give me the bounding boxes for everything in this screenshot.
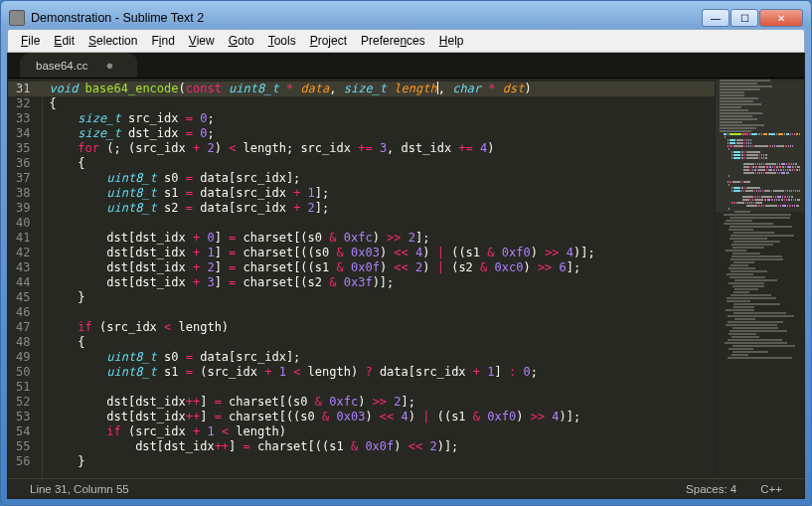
code-line[interactable]: dst[dst_idx++] = charset[(s0 & 0xfc) >> … <box>49 395 709 410</box>
code-line[interactable]: uint8_t s0 = data[src_idx]; <box>49 171 709 186</box>
code-line[interactable]: { <box>49 96 709 111</box>
line-number[interactable]: 37 <box>16 171 30 186</box>
tab-label: base64.cc <box>36 60 87 72</box>
menu-help[interactable]: Help <box>432 32 471 50</box>
line-number[interactable]: 32 <box>16 96 30 111</box>
line-number[interactable]: 44 <box>16 275 30 290</box>
code-line[interactable]: { <box>49 335 709 350</box>
menu-view[interactable]: View <box>182 32 222 50</box>
status-position[interactable]: Line 31, Column 55 <box>18 483 141 495</box>
minimap[interactable] <box>715 79 804 478</box>
line-number[interactable]: 41 <box>16 231 30 246</box>
code-line[interactable]: size_t src_idx = 0; <box>49 111 709 126</box>
line-number[interactable]: 54 <box>16 424 30 439</box>
tab-active[interactable]: base64.cc ● <box>20 53 137 78</box>
editor-frame: base64.cc ● 3132333435363738394041424344… <box>7 53 805 499</box>
status-syntax[interactable]: C++ <box>748 483 794 495</box>
line-number[interactable]: 51 <box>16 380 30 395</box>
line-number[interactable]: 48 <box>16 335 30 350</box>
line-number[interactable]: 52 <box>16 395 30 410</box>
code-line[interactable] <box>49 216 709 231</box>
code-line[interactable]: void base64_encode(const uint8_t * data,… <box>43 82 715 96</box>
line-number[interactable]: 53 <box>16 410 30 424</box>
code-line[interactable]: uint8_t s0 = data[src_idx]; <box>49 350 709 365</box>
gutter[interactable]: 3132333435363738394041424344454647484950… <box>8 79 43 478</box>
code-line[interactable]: for (; (src_idx + 2) < length; src_idx +… <box>49 141 709 156</box>
code-line[interactable]: dst[dst_idx + 2] = charset[((s1 & 0x0f) … <box>49 260 709 275</box>
tabbar[interactable]: base64.cc ● <box>8 53 804 79</box>
dirty-indicator-icon: ● <box>105 58 113 73</box>
window-title: Demonstration - Sublime Text 2 <box>31 11 702 25</box>
line-number[interactable]: 34 <box>16 126 30 141</box>
maximize-button[interactable]: ☐ <box>731 9 758 27</box>
menu-find[interactable]: Find <box>144 32 181 50</box>
editor-body: 3132333435363738394041424344454647484950… <box>8 79 804 478</box>
menu-goto[interactable]: Goto <box>222 32 261 50</box>
code-line[interactable]: dst[dst_idx++] = charset[((s0 & 0x03) <<… <box>49 410 709 424</box>
line-number[interactable]: 42 <box>16 246 30 260</box>
code-line[interactable]: uint8_t s1 = data[src_idx + 1]; <box>49 186 709 201</box>
line-number[interactable]: 50 <box>16 365 30 380</box>
menubar: FFileile Edit Selection Find View Goto T… <box>7 29 805 53</box>
line-number[interactable]: 43 <box>16 260 30 275</box>
line-number[interactable]: 39 <box>16 201 30 216</box>
code-line[interactable]: } <box>49 454 709 469</box>
app-window: Demonstration - Sublime Text 2 — ☐ ✕ FFi… <box>0 0 812 506</box>
code-line[interactable]: size_t dst_idx = 0; <box>49 126 709 141</box>
close-button[interactable]: ✕ <box>759 9 803 27</box>
code-line[interactable]: { <box>49 156 709 171</box>
line-number[interactable]: 40 <box>16 216 30 231</box>
line-number[interactable]: 45 <box>16 290 30 305</box>
code-line[interactable]: if (src_idx < length) <box>49 320 709 335</box>
app-icon <box>9 10 25 26</box>
titlebar[interactable]: Demonstration - Sublime Text 2 — ☐ ✕ <box>7 7 805 29</box>
line-number[interactable]: 55 <box>16 439 30 454</box>
menu-project[interactable]: Project <box>303 32 354 50</box>
code-area[interactable]: void base64_encode(const uint8_t * data,… <box>43 79 715 478</box>
code-line[interactable]: } <box>49 290 709 305</box>
menu-file[interactable]: FFileile <box>14 32 47 50</box>
line-number[interactable]: 47 <box>16 320 30 335</box>
minimize-button[interactable]: — <box>702 9 730 27</box>
line-number[interactable]: 33 <box>16 111 30 126</box>
code-line[interactable]: if (src_idx + 1 < length) <box>49 424 709 439</box>
line-number[interactable]: 31 <box>8 82 42 96</box>
status-indent[interactable]: Spaces: 4 <box>674 483 748 495</box>
window-controls: — ☐ ✕ <box>702 9 803 27</box>
line-number[interactable]: 56 <box>16 454 30 469</box>
line-number[interactable]: 49 <box>16 350 30 365</box>
line-number[interactable]: 35 <box>16 141 30 156</box>
code-line[interactable]: dst[dst_idx + 0] = charset[(s0 & 0xfc) >… <box>49 231 709 246</box>
menu-edit[interactable]: Edit <box>47 32 81 50</box>
menu-preferences[interactable]: Preferences <box>354 32 432 50</box>
code-line[interactable]: dst[dst_idx++] = charset[((s1 & 0x0f) <<… <box>49 439 709 454</box>
code-line[interactable]: dst[dst_idx + 3] = charset[(s2 & 0x3f)]; <box>49 275 709 290</box>
minimap-viewport[interactable] <box>716 81 804 212</box>
line-number[interactable]: 46 <box>16 305 30 320</box>
statusbar: Line 31, Column 55 Spaces: 4 C++ <box>8 478 804 498</box>
menu-selection[interactable]: Selection <box>81 32 144 50</box>
code-line[interactable]: uint8_t s1 = (src_idx + 1 < length) ? da… <box>49 365 709 380</box>
menu-tools[interactable]: Tools <box>261 32 303 50</box>
line-number[interactable]: 36 <box>16 156 30 171</box>
line-number[interactable]: 38 <box>16 186 30 201</box>
code-line[interactable]: dst[dst_idx + 1] = charset[((s0 & 0x03) … <box>49 246 709 260</box>
code-line[interactable] <box>49 305 709 320</box>
code-line[interactable] <box>49 380 709 395</box>
code-line[interactable]: uint8_t s2 = data[src_idx + 2]; <box>49 201 709 216</box>
